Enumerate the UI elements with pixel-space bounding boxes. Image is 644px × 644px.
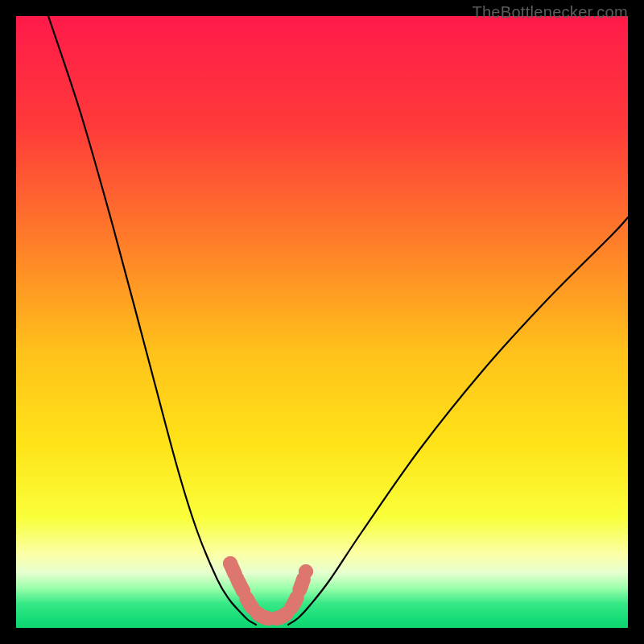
marker-dot xyxy=(236,584,250,598)
marker-dot xyxy=(294,579,308,593)
right-curve xyxy=(288,217,628,625)
curve-layer xyxy=(16,16,628,628)
marker-dot xyxy=(299,564,313,579)
left-curve xyxy=(48,16,256,625)
watermark-text: TheBottlenecker.com xyxy=(472,3,628,22)
marker-dot xyxy=(223,556,237,571)
plot-frame xyxy=(16,16,628,628)
marker-dot xyxy=(287,595,302,609)
marker-dot xyxy=(229,571,244,585)
marker-dots xyxy=(223,556,313,625)
